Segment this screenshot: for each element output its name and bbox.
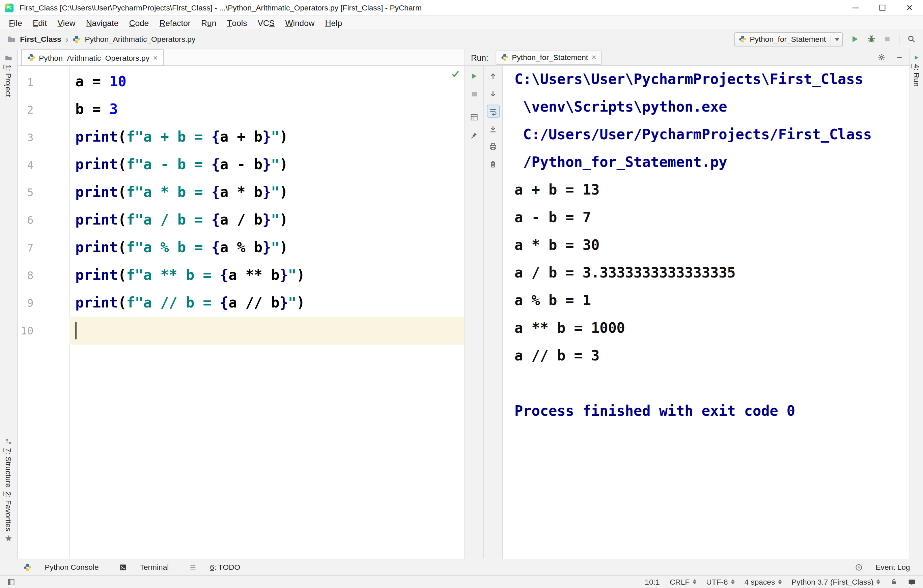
- code-row[interactable]: 6print(f"a / b = {a / b}"): [18, 206, 464, 234]
- maximize-button[interactable]: [869, 0, 896, 15]
- code-row[interactable]: 9print(f"a // b = {a // b}"): [18, 289, 464, 317]
- gutter[interactable]: 6: [18, 206, 69, 234]
- run-console[interactable]: C:\Users\User\PycharmProjects\First_Clas…: [503, 66, 910, 559]
- gutter[interactable]: 5: [18, 179, 69, 206]
- editor-tab-strip: Python_Arithmatic_Operators.py: [18, 49, 464, 66]
- menu-edit[interactable]: Edit: [27, 16, 52, 29]
- pin-tab-icon[interactable]: [468, 129, 480, 142]
- code-row[interactable]: 8print(f"a ** b = {a ** b}"): [18, 262, 464, 289]
- clear-all-icon[interactable]: [486, 157, 499, 170]
- toolwindow-toggle-icon[interactable]: [7, 578, 15, 586]
- monitor-icon[interactable]: [908, 578, 916, 586]
- gutter[interactable]: 4: [18, 151, 69, 179]
- folder-icon: [7, 35, 16, 44]
- run-button[interactable]: [851, 35, 859, 44]
- console-line: \venv\Scripts\python.exe: [514, 93, 910, 121]
- down-stack-trace-icon[interactable]: [486, 87, 499, 100]
- toolwindow-project-button[interactable]: 1: Project: [0, 54, 17, 97]
- console-line: C:\Users\User\PycharmProjects\First_Clas…: [514, 66, 910, 93]
- code-line[interactable]: print(f"a ** b = {a ** b}"): [69, 262, 465, 289]
- minimize-button[interactable]: [842, 0, 869, 15]
- code-line[interactable]: print(f"a / b = {a / b}"): [69, 206, 465, 234]
- editor[interactable]: 1a = 102b = 33print(f"a + b = {a + b}")4…: [18, 66, 464, 559]
- chevron-down-icon: [831, 33, 843, 46]
- gutter[interactable]: 10: [18, 317, 69, 345]
- gutter[interactable]: 7: [18, 234, 69, 262]
- menu-view[interactable]: View: [52, 16, 80, 29]
- code-line[interactable]: a = 10: [69, 68, 465, 96]
- chevron-right-icon: [66, 34, 69, 44]
- scroll-to-end-icon[interactable]: [486, 122, 499, 135]
- star-icon: [5, 534, 13, 542]
- code-line[interactable]: print(f"a - b = {a - b}"): [69, 151, 465, 179]
- search-everywhere-icon[interactable]: [907, 35, 916, 44]
- caret-position[interactable]: 10:1: [645, 578, 660, 586]
- console-line: a / b = 3.3333333333333335: [514, 259, 910, 287]
- gutter[interactable]: 8: [18, 262, 69, 289]
- editor-tab[interactable]: Python_Arithmatic_Operators.py: [21, 49, 164, 66]
- tab-close-icon[interactable]: [153, 53, 158, 62]
- toolwindow-favorites-button[interactable]: 2: Favorites: [0, 491, 17, 542]
- line-number: 9: [18, 289, 33, 317]
- close-button[interactable]: [896, 0, 923, 15]
- print-icon[interactable]: [486, 140, 499, 153]
- inspection-ok-icon[interactable]: [451, 69, 460, 78]
- menu-help[interactable]: Help: [320, 16, 348, 29]
- gutter[interactable]: 3: [18, 123, 69, 151]
- run-tab[interactable]: Python_for_Statement: [495, 50, 601, 64]
- code-line[interactable]: b = 3: [69, 96, 465, 123]
- debug-button[interactable]: [867, 35, 876, 44]
- menu-window[interactable]: Window: [280, 16, 320, 29]
- line-number: 8: [18, 262, 33, 289]
- menu-navigate[interactable]: Navigate: [80, 16, 124, 29]
- code-line[interactable]: [69, 317, 465, 345]
- gutter[interactable]: 9: [18, 289, 69, 317]
- menu-code[interactable]: Code: [124, 16, 154, 29]
- code-row[interactable]: 5print(f"a * b = {a * b}"): [18, 179, 464, 206]
- console-line: C:/Users/User/PycharmProjects/First_Clas…: [514, 121, 910, 149]
- breadcrumb-project[interactable]: First_Class: [20, 35, 61, 44]
- restore-layout-icon[interactable]: [468, 111, 480, 123]
- interpreter-select[interactable]: Python 3.7 (First_Class): [792, 578, 880, 586]
- code-row[interactable]: 10: [18, 317, 464, 345]
- run-body: C:\Users\User\PycharmProjects\First_Clas…: [465, 66, 909, 559]
- lock-icon[interactable]: [890, 578, 898, 586]
- code-row[interactable]: 4print(f"a - b = {a - b}"): [18, 151, 464, 179]
- line-number: 10: [18, 317, 33, 345]
- soft-wrap-icon[interactable]: [486, 105, 499, 117]
- code-line[interactable]: print(f"a % b = {a % b}"): [69, 234, 465, 262]
- rerun-button[interactable]: [468, 69, 480, 82]
- run-left-toolbar: [465, 66, 484, 559]
- right-tool-stripe: 4: Run: [910, 49, 923, 559]
- up-stack-trace-icon[interactable]: [486, 69, 499, 82]
- breadcrumb-file[interactable]: Python_Arithmatic_Operators.py: [85, 35, 195, 44]
- menu-tools[interactable]: Tools: [222, 16, 252, 29]
- code-line[interactable]: print(f"a * b = {a * b}"): [69, 179, 465, 206]
- code-row[interactable]: 3print(f"a + b = {a + b}"): [18, 123, 464, 151]
- encoding-select[interactable]: UTF-8: [706, 578, 734, 586]
- toolbar-divider: [899, 33, 899, 45]
- line-separator-select[interactable]: CRLF: [670, 578, 696, 586]
- code-row[interactable]: 2b = 3: [18, 96, 464, 123]
- console-line: a // b = 3: [514, 342, 910, 370]
- menu-vcs[interactable]: VCS: [252, 16, 280, 29]
- console-line: a % b = 1: [514, 287, 910, 314]
- menu-file[interactable]: File: [3, 16, 27, 29]
- tab-close-icon[interactable]: [592, 53, 596, 62]
- toolwindow-structure-button[interactable]: 7: Structure: [0, 437, 17, 488]
- menu-run[interactable]: Run: [196, 16, 222, 29]
- code-line[interactable]: print(f"a // b = {a // b}"): [69, 289, 465, 317]
- gear-icon[interactable]: [877, 53, 886, 62]
- indent-select[interactable]: 4 spaces: [744, 578, 781, 586]
- menu-refactor[interactable]: Refactor: [154, 16, 196, 29]
- stop-button: [884, 35, 891, 43]
- code-line[interactable]: print(f"a + b = {a + b}"): [69, 123, 465, 151]
- toolwindow-run-button[interactable]: 4: Run: [910, 54, 923, 86]
- gutter[interactable]: 1: [18, 68, 69, 96]
- console-line: /Python_for_Statement.py: [514, 149, 910, 176]
- hide-panel-icon[interactable]: [895, 53, 903, 61]
- run-config-select[interactable]: Python_for_Statement: [734, 32, 843, 46]
- code-row[interactable]: 1a = 10: [18, 68, 464, 96]
- code-row[interactable]: 7print(f"a % b = {a % b}"): [18, 234, 464, 262]
- gutter[interactable]: 2: [18, 96, 69, 123]
